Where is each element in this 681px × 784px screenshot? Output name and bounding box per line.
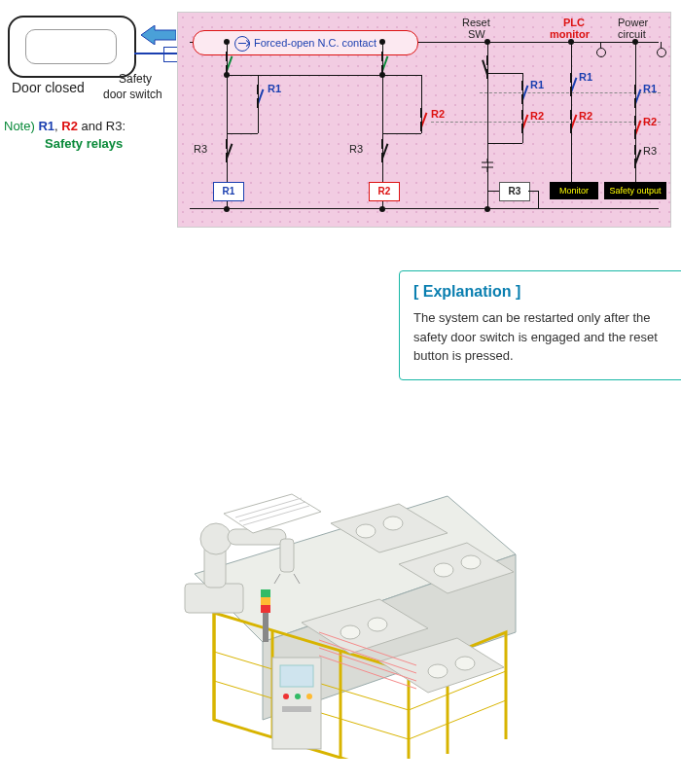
svg-rect-37	[261, 605, 270, 613]
svg-marker-46	[224, 494, 321, 533]
svg-rect-38	[261, 597, 270, 605]
svg-point-30	[428, 664, 448, 678]
note-line1: Note) R1, R2 and R3:	[4, 119, 125, 133]
actuator-link	[134, 53, 177, 54]
contact-r1-plc	[571, 73, 573, 96]
lbl-r2-pwr: R2	[643, 116, 657, 127]
svg-point-29	[368, 618, 387, 631]
contact-r2-b3	[522, 110, 524, 133]
contact-r3-b2	[382, 139, 384, 162]
lbl-r3-b2: R3	[349, 143, 363, 155]
lbl-r1-b3: R1	[530, 79, 544, 90]
contact-r1-pwr	[635, 85, 637, 108]
lbl-r1-pwr: R1	[643, 83, 657, 94]
svg-point-27	[461, 555, 481, 569]
relay-coil-r1: R1	[213, 182, 244, 201]
circuit-panel: Reset SW PLC monitor Power circuit Force…	[177, 12, 671, 228]
lbl-r3-pwr: R3	[643, 145, 657, 157]
lbl-r2-plc: R2	[579, 110, 592, 122]
svg-line-14	[409, 700, 506, 739]
lbl-r2-b2: R2	[431, 108, 445, 120]
contact-r2-pwr	[635, 116, 637, 139]
svg-rect-41	[280, 665, 313, 687]
contact-r2-plc	[571, 110, 573, 133]
door-closed-label: Door closed	[12, 80, 85, 95]
svg-point-31	[455, 657, 475, 670]
capacitor-icon	[480, 159, 495, 172]
note-line2: Safety relays	[45, 136, 123, 151]
power-label: Power	[618, 17, 648, 28]
svg-point-26	[434, 563, 453, 577]
svg-rect-36	[263, 613, 269, 642]
open-terminal-2	[657, 48, 666, 57]
svg-point-24	[356, 524, 376, 538]
reset-switch	[487, 55, 489, 79]
relay-coil-r3: R3	[499, 182, 530, 201]
plc-label: PLC	[563, 17, 585, 28]
safety-label-1: Safety	[119, 72, 152, 86]
forced-open-icon	[234, 36, 250, 52]
safety-label-2: door switch	[103, 88, 162, 101]
lbl-r2-b3: R2	[530, 110, 544, 122]
monitor-box: Monitor	[550, 182, 598, 199]
explanation-box: [ Explanation ] The system can be restar…	[399, 270, 681, 380]
svg-point-25	[383, 517, 403, 530]
svg-rect-39	[261, 589, 270, 597]
contact-r1-b3	[522, 81, 524, 104]
svg-point-42	[283, 694, 289, 699]
door-close-arrow	[141, 25, 176, 45]
svg-point-43	[295, 694, 301, 699]
explanation-title: [ Explanation ]	[413, 283, 672, 301]
safety-output-box: Safety output	[604, 182, 666, 199]
relay-coil-r2: R2	[369, 182, 400, 201]
sw-label: SW	[468, 28, 485, 40]
circuit-label: circuit	[618, 28, 646, 40]
svg-point-44	[306, 694, 312, 699]
open-terminal-1	[596, 48, 606, 57]
svg-point-17	[200, 523, 232, 554]
explanation-body: The system can be restarted only after t…	[413, 308, 672, 366]
lbl-r1-plc: R1	[579, 71, 592, 83]
door-illustration	[8, 16, 136, 78]
lbl-r1-b1: R1	[268, 83, 281, 94]
contact-r3-b1	[227, 139, 229, 162]
machine-illustration	[156, 428, 525, 759]
svg-point-28	[340, 625, 360, 639]
reset-label: Reset	[462, 17, 490, 28]
lbl-r3-b1: R3	[194, 143, 207, 155]
svg-marker-0	[141, 25, 176, 45]
contact-r2-b2	[421, 108, 423, 131]
svg-rect-45	[282, 706, 311, 712]
contact-r3-pwr	[635, 145, 637, 168]
svg-rect-19	[280, 539, 294, 572]
